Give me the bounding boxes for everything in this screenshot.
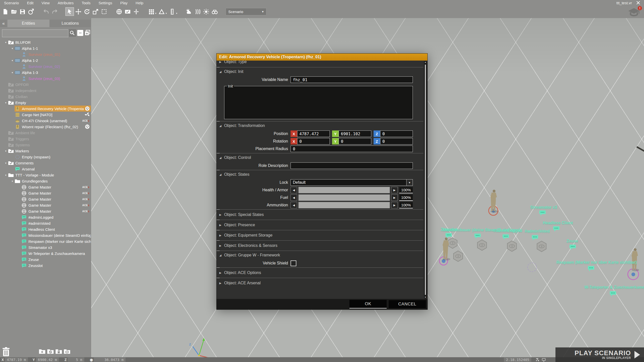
slider-decrease-icon[interactable]: ◀: [291, 187, 297, 193]
section-object-ace-arsenal[interactable]: ▶Object: ACE Arsenal: [217, 279, 423, 288]
save-icon[interactable]: [18, 8, 26, 16]
tab-locations[interactable]: Locations: [50, 20, 91, 27]
tree-item-adminvoted[interactable]: #adminVoted: [0, 220, 91, 226]
section-object-transformation[interactable]: ◢Object: Transformation: [217, 122, 423, 129]
menu-tools[interactable]: Tools: [78, 0, 95, 6]
menu-scenario[interactable]: Scenario: [0, 0, 23, 6]
ammunition-value[interactable]: 100%: [399, 202, 413, 208]
tree-item-alpha-1-1[interactable]: ▾Alpha 1-1: [0, 45, 91, 51]
chevron-down-icon[interactable]: ▾: [166, 12, 167, 15]
tree-item-game-master[interactable]: Game MasterACE3: [0, 190, 91, 196]
move-icon[interactable]: [74, 8, 82, 16]
slider-decrease-icon[interactable]: ◀: [291, 194, 297, 201]
rotation-x-input[interactable]: [297, 138, 330, 145]
expand-icon[interactable]: ▶: [217, 244, 224, 247]
menu-edit[interactable]: Edit: [23, 0, 37, 6]
section-object-equipment-storage[interactable]: ▶Object: Equipment Storage: [217, 231, 423, 240]
lighting-icon[interactable]: [202, 8, 210, 16]
comment-bubble-icon[interactable]: [502, 234, 509, 240]
ok-button[interactable]: OK: [349, 300, 387, 308]
chevron-down-icon[interactable]: ▼: [406, 179, 413, 186]
menu-play[interactable]: Play: [116, 0, 132, 6]
tree-item-survivor-zeus-01[interactable]: Survivor (zeus_01): [0, 51, 91, 57]
tree-item-zeusslot[interactable]: Zeusslot: [0, 262, 91, 268]
tree-expand-icon[interactable]: ▾: [4, 101, 8, 104]
sidebar-collapse-button[interactable]: «: [0, 20, 7, 27]
empty-marker-circle[interactable]: [527, 262, 537, 272]
search-input[interactable]: [2, 29, 68, 37]
tree-item-arsenal[interactable]: Arsenal: [0, 166, 91, 172]
expand-icon[interactable]: ▶: [217, 223, 224, 227]
dialog-scrollbar[interactable]: ▲ ▼: [424, 61, 427, 298]
tree-item-w-teleporter-zuschauerkamera[interactable]: W-Teleporter & Zuschauerkamera: [0, 250, 91, 256]
scrollbar-thumb[interactable]: [425, 65, 426, 295]
role-description-input[interactable]: [291, 162, 413, 169]
new-file-icon[interactable]: [1, 8, 9, 16]
section-object-control[interactable]: ◢Object: Control: [217, 154, 423, 161]
undo-icon[interactable]: [42, 8, 50, 16]
menu-attributes[interactable]: Attributes: [54, 0, 77, 6]
expand-icon[interactable]: ▶: [217, 271, 224, 275]
chevron-down-icon[interactable]: ▼: [262, 10, 264, 13]
comment-bubble-icon[interactable]: [445, 233, 452, 239]
layers-add-icon[interactable]: [84, 30, 91, 36]
comment-bubble-icon[interactable]: [610, 291, 616, 297]
init-script-textarea[interactable]: [226, 89, 412, 116]
fuel-slider[interactable]: [298, 194, 390, 201]
layer-disable-icon[interactable]: [47, 348, 54, 354]
collapse-icon[interactable]: ◢: [217, 254, 224, 257]
layers-icon[interactable]: [194, 8, 202, 16]
menu-help[interactable]: Help: [132, 0, 147, 6]
tree-item-opfor[interactable]: OPFOR: [0, 81, 91, 87]
comment-bubble-icon[interactable]: [532, 235, 538, 241]
expand-icon[interactable]: ▶: [217, 234, 224, 237]
chinook-helicopter-model[interactable]: [632, 86, 644, 190]
section-object-special-states[interactable]: ▶Object: Special States: [217, 210, 423, 219]
collapse-icon[interactable]: ◢: [217, 70, 224, 73]
scene-comment-label[interactable]: #adminVoted: [525, 229, 550, 234]
chevron-down-icon[interactable]: ▾: [155, 12, 156, 15]
expand-icon[interactable]: ▶: [217, 213, 224, 216]
tree-item-ambient-life[interactable]: Ambient life: [0, 130, 91, 136]
tree-item-headless-client[interactable]: Headless Client: [0, 226, 91, 232]
scene-comment-label[interactable]: W-Teleporter & Zuschauerkamera: [584, 285, 644, 290]
zeus-module-icon[interactable]: [507, 240, 517, 252]
section-object-init[interactable]: ◢Object: Init: [217, 68, 423, 75]
position-z-input[interactable]: [380, 130, 413, 137]
menu-view[interactable]: View: [37, 0, 54, 6]
fuel-value[interactable]: 100%: [399, 195, 413, 201]
tree-item-cargo-net-nato[interactable]: Cargo Net [NATO]: [0, 112, 91, 118]
slider-increase-icon[interactable]: ▶: [391, 187, 398, 193]
chevron-down-icon[interactable]: ▾: [176, 12, 177, 15]
comment-bubble-icon[interactable]: [553, 226, 560, 232]
tree-item-wisent-repair-flecktarn-fhz-02[interactable]: Wisent repair (Flecktarn) (fhz_02): [0, 124, 91, 130]
ruler-icon[interactable]: [168, 8, 176, 16]
tree-expand-icon[interactable]: ▾: [10, 180, 15, 183]
export-icon[interactable]: [27, 8, 35, 16]
area-select-icon[interactable]: [100, 8, 108, 16]
tree-item-empty-respawn[interactable]: Empty (respawn): [0, 154, 91, 160]
tree-item-streamator-x3[interactable]: Streamator x3: [0, 244, 91, 250]
tree-item-ttt-vorlage-module[interactable]: ▾TTT - Vorlage - Module: [0, 172, 91, 178]
tree-item-survivor-zeus-02[interactable]: Survivor (zeus_02): [0, 63, 91, 69]
tree-item-empty[interactable]: ▾Empty: [0, 100, 91, 106]
slider-increase-icon[interactable]: ▶: [391, 194, 398, 201]
grid-icon[interactable]: [147, 8, 155, 16]
collapse-tree-button[interactable]: −: [77, 30, 83, 36]
lock-dropdown[interactable]: Default ▼: [291, 179, 413, 186]
tree-item-civilian[interactable]: Civilian: [0, 94, 91, 100]
search-icon[interactable]: [68, 29, 76, 37]
terrain-globe-icon[interactable]: [115, 8, 123, 16]
variable-name-input[interactable]: [291, 76, 413, 83]
tree-item-respawn-marker-nur-ber-karte-sichtb[interactable]: Respawn (Marker nur über Karte sichtb: [0, 238, 91, 244]
weather-icon[interactable]: [185, 8, 193, 16]
tree-expand-icon[interactable]: ▾: [10, 71, 15, 74]
section-object-ace-options[interactable]: ▶Object: ACE Options: [217, 268, 423, 277]
layer-visibility-icon[interactable]: [64, 348, 70, 354]
scene-comment-label[interactable]: Zeuse: [567, 239, 578, 243]
comment-bubble-icon[interactable]: [569, 244, 576, 250]
scene-comment-label[interactable]: Streamator x3: [530, 205, 557, 210]
section-object-gruppe-w-framework[interactable]: ◢Object: Gruppe W - Framework: [217, 251, 423, 259]
collapse-icon[interactable]: ◢: [217, 156, 224, 159]
scroll-down-icon[interactable]: ▼: [424, 296, 427, 298]
